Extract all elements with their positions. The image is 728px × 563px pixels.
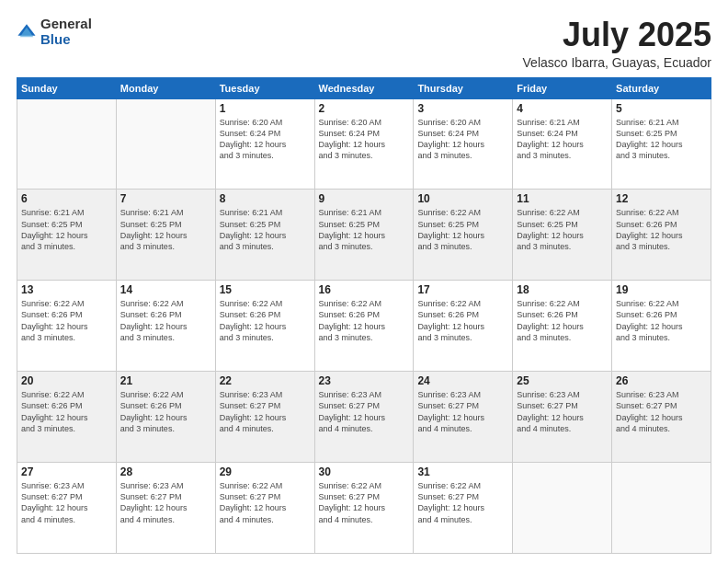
table-row [17, 98, 117, 190]
day-number: 23 [319, 374, 410, 387]
day-info: Sunrise: 6:20 AM Sunset: 6:24 PM Dayligh… [417, 117, 508, 162]
day-info: Sunrise: 6:22 AM Sunset: 6:25 PM Dayligh… [517, 207, 608, 252]
day-number: 28 [120, 465, 211, 478]
table-row: 2Sunrise: 6:20 AM Sunset: 6:24 PM Daylig… [314, 98, 414, 190]
day-info: Sunrise: 6:23 AM Sunset: 6:27 PM Dayligh… [21, 480, 112, 525]
col-wednesday: Wednesday [314, 77, 414, 98]
day-info: Sunrise: 6:22 AM Sunset: 6:26 PM Dayligh… [220, 298, 311, 343]
calendar-body: 1Sunrise: 6:20 AM Sunset: 6:24 PM Daylig… [17, 98, 711, 553]
table-row: 20Sunrise: 6:22 AM Sunset: 6:26 PM Dayli… [17, 372, 117, 463]
header: General Blue July 2025 Velasco Ibarra, G… [17, 17, 711, 70]
table-row: 21Sunrise: 6:22 AM Sunset: 6:26 PM Dayli… [116, 372, 215, 463]
location-title: Velasco Ibarra, Guayas, Ecuador [523, 55, 711, 70]
day-number: 31 [417, 465, 508, 478]
day-number: 19 [616, 283, 707, 296]
day-number: 1 [220, 102, 311, 115]
day-info: Sunrise: 6:21 AM Sunset: 6:25 PM Dayligh… [21, 207, 112, 252]
day-info: Sunrise: 6:21 AM Sunset: 6:24 PM Dayligh… [517, 117, 608, 162]
table-row: 15Sunrise: 6:22 AM Sunset: 6:26 PM Dayli… [215, 281, 314, 372]
day-info: Sunrise: 6:22 AM Sunset: 6:26 PM Dayligh… [120, 389, 211, 434]
table-row: 9Sunrise: 6:21 AM Sunset: 6:25 PM Daylig… [314, 190, 414, 281]
day-number: 13 [21, 283, 112, 296]
day-info: Sunrise: 6:21 AM Sunset: 6:25 PM Dayligh… [120, 207, 211, 252]
day-number: 30 [319, 465, 410, 478]
calendar-week-row: 13Sunrise: 6:22 AM Sunset: 6:26 PM Dayli… [17, 281, 711, 372]
table-row: 12Sunrise: 6:22 AM Sunset: 6:26 PM Dayli… [612, 190, 711, 281]
day-info: Sunrise: 6:22 AM Sunset: 6:27 PM Dayligh… [220, 480, 311, 525]
table-row: 8Sunrise: 6:21 AM Sunset: 6:25 PM Daylig… [215, 190, 314, 281]
day-info: Sunrise: 6:22 AM Sunset: 6:26 PM Dayligh… [517, 298, 608, 343]
table-row: 11Sunrise: 6:22 AM Sunset: 6:25 PM Dayli… [513, 190, 612, 281]
table-row: 26Sunrise: 6:23 AM Sunset: 6:27 PM Dayli… [612, 372, 711, 463]
table-row [116, 98, 215, 190]
calendar-header: Sunday Monday Tuesday Wednesday Thursday… [17, 77, 711, 98]
day-number: 17 [417, 283, 508, 296]
day-number: 24 [417, 374, 508, 387]
table-row: 6Sunrise: 6:21 AM Sunset: 6:25 PM Daylig… [17, 190, 117, 281]
day-number: 22 [220, 374, 311, 387]
day-number: 7 [120, 192, 211, 205]
table-row: 19Sunrise: 6:22 AM Sunset: 6:26 PM Dayli… [612, 281, 711, 372]
day-info: Sunrise: 6:22 AM Sunset: 6:26 PM Dayligh… [21, 389, 112, 434]
day-info: Sunrise: 6:21 AM Sunset: 6:25 PM Dayligh… [616, 117, 707, 162]
month-title: July 2025 [523, 17, 711, 53]
day-info: Sunrise: 6:23 AM Sunset: 6:27 PM Dayligh… [417, 389, 508, 434]
day-info: Sunrise: 6:22 AM Sunset: 6:26 PM Dayligh… [616, 207, 707, 252]
day-info: Sunrise: 6:22 AM Sunset: 6:27 PM Dayligh… [319, 480, 410, 525]
table-row: 28Sunrise: 6:23 AM Sunset: 6:27 PM Dayli… [116, 463, 215, 554]
table-row: 7Sunrise: 6:21 AM Sunset: 6:25 PM Daylig… [116, 190, 215, 281]
table-row: 3Sunrise: 6:20 AM Sunset: 6:24 PM Daylig… [414, 98, 513, 190]
day-number: 12 [616, 192, 707, 205]
logo-general: General [40, 17, 92, 32]
day-number: 18 [517, 283, 608, 296]
logo-blue: Blue [40, 32, 92, 48]
table-row: 29Sunrise: 6:22 AM Sunset: 6:27 PM Dayli… [215, 463, 314, 554]
day-number: 25 [517, 374, 608, 387]
day-info: Sunrise: 6:22 AM Sunset: 6:25 PM Dayligh… [417, 207, 508, 252]
day-number: 2 [319, 102, 410, 115]
day-number: 29 [220, 465, 311, 478]
col-friday: Friday [513, 77, 612, 98]
table-row: 17Sunrise: 6:22 AM Sunset: 6:26 PM Dayli… [414, 281, 513, 372]
col-tuesday: Tuesday [215, 77, 314, 98]
calendar-week-row: 20Sunrise: 6:22 AM Sunset: 6:26 PM Dayli… [17, 372, 711, 463]
day-number: 21 [120, 374, 211, 387]
table-row: 30Sunrise: 6:22 AM Sunset: 6:27 PM Dayli… [314, 463, 414, 554]
day-info: Sunrise: 6:21 AM Sunset: 6:25 PM Dayligh… [319, 207, 410, 252]
day-number: 8 [220, 192, 311, 205]
table-row: 27Sunrise: 6:23 AM Sunset: 6:27 PM Dayli… [17, 463, 117, 554]
table-row: 14Sunrise: 6:22 AM Sunset: 6:26 PM Dayli… [116, 281, 215, 372]
day-number: 9 [319, 192, 410, 205]
table-row: 24Sunrise: 6:23 AM Sunset: 6:27 PM Dayli… [414, 372, 513, 463]
day-info: Sunrise: 6:23 AM Sunset: 6:27 PM Dayligh… [220, 389, 311, 434]
day-info: Sunrise: 6:21 AM Sunset: 6:25 PM Dayligh… [220, 207, 311, 252]
title-block: July 2025 Velasco Ibarra, Guayas, Ecuado… [523, 17, 711, 70]
table-row: 31Sunrise: 6:22 AM Sunset: 6:27 PM Dayli… [414, 463, 513, 554]
day-number: 4 [517, 102, 608, 115]
calendar-table: Sunday Monday Tuesday Wednesday Thursday… [17, 77, 711, 554]
table-row: 23Sunrise: 6:23 AM Sunset: 6:27 PM Dayli… [314, 372, 414, 463]
day-number: 11 [517, 192, 608, 205]
day-info: Sunrise: 6:23 AM Sunset: 6:27 PM Dayligh… [120, 480, 211, 525]
day-number: 6 [21, 192, 112, 205]
day-number: 20 [21, 374, 112, 387]
table-row: 4Sunrise: 6:21 AM Sunset: 6:24 PM Daylig… [513, 98, 612, 190]
table-row: 5Sunrise: 6:21 AM Sunset: 6:25 PM Daylig… [612, 98, 711, 190]
table-row [513, 463, 612, 554]
day-info: Sunrise: 6:23 AM Sunset: 6:27 PM Dayligh… [517, 389, 608, 434]
day-info: Sunrise: 6:22 AM Sunset: 6:26 PM Dayligh… [319, 298, 410, 343]
day-number: 5 [616, 102, 707, 115]
day-number: 16 [319, 283, 410, 296]
col-thursday: Thursday [414, 77, 513, 98]
logo-words: General Blue [40, 17, 92, 47]
day-number: 14 [120, 283, 211, 296]
day-info: Sunrise: 6:22 AM Sunset: 6:27 PM Dayligh… [417, 480, 508, 525]
page: General Blue July 2025 Velasco Ibarra, G… [0, 0, 728, 563]
table-row: 25Sunrise: 6:23 AM Sunset: 6:27 PM Dayli… [513, 372, 612, 463]
table-row: 16Sunrise: 6:22 AM Sunset: 6:26 PM Dayli… [314, 281, 414, 372]
day-info: Sunrise: 6:23 AM Sunset: 6:27 PM Dayligh… [616, 389, 707, 434]
day-number: 27 [21, 465, 112, 478]
calendar-week-row: 27Sunrise: 6:23 AM Sunset: 6:27 PM Dayli… [17, 463, 711, 554]
header-row: Sunday Monday Tuesday Wednesday Thursday… [17, 77, 711, 98]
table-row [612, 463, 711, 554]
